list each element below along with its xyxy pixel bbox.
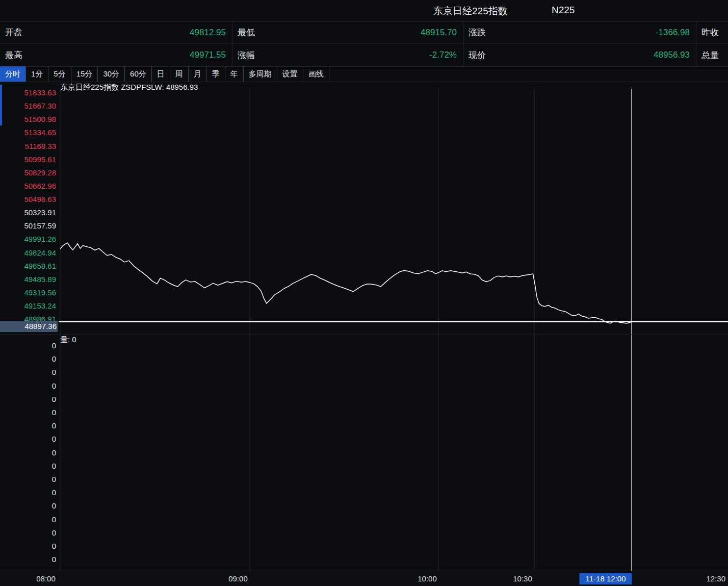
tab-画线[interactable]: 画线 (303, 66, 329, 82)
price-axis-label: 49658.61 (0, 261, 56, 271)
stats-grid: 开盘49812.95最低48915.70涨跌-1366.98昨收最高49971.… (0, 21, 728, 67)
stat-label: 现价 (469, 49, 486, 61)
volume-axis-label: 0 (0, 448, 56, 458)
stat-value: -2.72% (429, 50, 457, 60)
volume-axis-label: 0 (0, 541, 56, 551)
volume-axis-label: 0 (0, 488, 56, 498)
stat-cell: 开盘49812.95 (0, 21, 232, 44)
timeframe-tabs: 分时1分5分15分30分60分日周月季年多周期设置画线 (0, 66, 728, 82)
stat-value: -1366.98 (656, 28, 690, 38)
stat-label: 涨幅 (238, 49, 255, 61)
volume-axis-label: 0 (0, 528, 56, 538)
title-bar: 东京日经225指数 N225 (0, 0, 728, 22)
price-axis-label: 49824.94 (0, 248, 56, 258)
tab-多周期[interactable]: 多周期 (244, 66, 277, 82)
volume-axis-label: 0 (0, 354, 56, 364)
price-axis-label: 51500.98 (0, 114, 56, 124)
volume-axis-label: 0 (0, 421, 56, 431)
price-axis-label: 50829.28 (0, 168, 56, 178)
stat-cell: 最高49971.55 (0, 44, 232, 66)
volume-chart-canvas[interactable] (0, 335, 728, 571)
stat-cell: 现价48956.93 (463, 44, 696, 66)
stat-cell: 涨跌-1366.98 (463, 21, 696, 44)
time-axis-label: 09:00 (228, 574, 248, 583)
volume-axis-label: 0 (0, 474, 56, 485)
price-axis-label: 49319.56 (0, 288, 56, 298)
stat-label: 涨跌 (469, 27, 486, 38)
tab-月[interactable]: 月 (189, 66, 207, 82)
tab-季[interactable]: 季 (207, 66, 225, 82)
stat-value: 49812.95 (190, 28, 226, 38)
volume-axis-label: 0 (0, 461, 56, 471)
chart-legend: 东京日经225指数 ZSDPFSLW: 48956.93 (60, 83, 198, 92)
stat-label: 开盘 (5, 27, 22, 38)
stat-cell: 涨幅-2.72% (232, 44, 463, 66)
volume-axis-label: 0 (0, 515, 56, 525)
price-axis-label: 50323.91 (0, 208, 56, 218)
time-axis-label: 08:00 (36, 574, 56, 583)
volume-pane[interactable]: 量: 0 00000000000000000 (0, 334, 728, 571)
stat-label: 总量 (701, 49, 719, 61)
time-axis: 08:0009:0010:0010:3011-18 12:0012:30 (0, 571, 728, 586)
stat-value: 49971.55 (190, 50, 226, 60)
price-axis-label: 50496.63 (0, 194, 56, 205)
volume-axis-label: 0 (0, 407, 56, 418)
price-axis-label: 49153.24 (0, 301, 56, 311)
tab-分时[interactable]: 分时 (0, 66, 26, 82)
stat-cell: 总量 (696, 44, 728, 66)
stat-cell: 最低48915.70 (232, 21, 463, 44)
crosshair-price-label: 48897.36 (0, 321, 58, 332)
volume-axis-label: 0 (0, 554, 56, 565)
tab-年[interactable]: 年 (225, 66, 244, 82)
volume-axis-label: 0 (0, 367, 56, 377)
tab-60分[interactable]: 60分 (125, 66, 152, 82)
stat-value: 48915.70 (421, 28, 457, 38)
price-pane[interactable]: 东京日经225指数 ZSDPFSLW: 48956.93 51833.63516… (0, 82, 728, 334)
stat-label: 昨收 (701, 27, 719, 38)
time-axis-label: 12:30 (706, 574, 725, 583)
price-axis-label: 49485.89 (0, 274, 56, 285)
price-axis-label: 51667.30 (0, 101, 56, 111)
stat-label: 最低 (238, 27, 255, 38)
volume-axis-label: 0 (0, 394, 56, 404)
volume-axis-label: 0 (0, 341, 56, 351)
tab-周[interactable]: 周 (170, 66, 189, 82)
tab-1分[interactable]: 1分 (26, 66, 48, 82)
instrument-title: 东京日经225指数 (433, 5, 508, 18)
tab-设置[interactable]: 设置 (277, 66, 303, 82)
stat-value: 48956.93 (654, 50, 690, 60)
volume-axis-label: 0 (0, 381, 56, 391)
price-axis-label: 50662.96 (0, 181, 56, 191)
price-axis-label: 50157.59 (0, 221, 56, 231)
tab-5分[interactable]: 5分 (48, 66, 71, 82)
price-axis-label: 51168.33 (0, 141, 56, 151)
price-axis-label: 51833.63 (0, 88, 56, 98)
volume-axis-label: 0 (0, 434, 56, 444)
volume-axis-label: 0 (0, 501, 56, 511)
left-scrollbar-thumb[interactable] (0, 85, 2, 125)
volume-legend: 量: 0 (60, 335, 76, 345)
tab-15分[interactable]: 15分 (71, 66, 98, 82)
tab-日[interactable]: 日 (152, 66, 170, 82)
tab-30分[interactable]: 30分 (98, 66, 125, 82)
stat-label: 最高 (5, 49, 22, 61)
stat-cell: 昨收 (696, 21, 728, 44)
instrument-symbol: N225 (552, 5, 575, 16)
time-axis-label: 10:00 (418, 574, 437, 583)
price-axis-label: 49991.26 (0, 234, 56, 244)
crosshair-time-label: 11-18 12:00 (580, 573, 632, 584)
price-chart-canvas[interactable] (0, 82, 728, 334)
price-line-series (60, 243, 632, 323)
price-axis-label: 51334.65 (0, 128, 56, 138)
price-axis-label: 50995.61 (0, 155, 56, 165)
time-axis-label: 10:30 (513, 574, 532, 583)
